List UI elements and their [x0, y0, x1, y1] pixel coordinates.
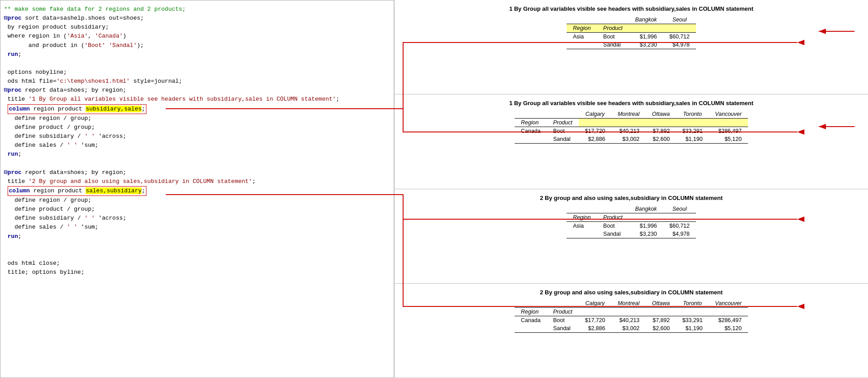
cell-region	[515, 324, 547, 333]
code-column1: column region product subsidiary,sales;	[4, 104, 390, 114]
cell-val1: $17,720	[579, 127, 611, 135]
code-line: define region / group;	[4, 114, 390, 123]
row-header-region: Region	[567, 24, 597, 33]
cell-val1: $2,886	[579, 135, 611, 144]
cell-val2: $3,002	[611, 324, 646, 333]
code-line: define product / group;	[4, 205, 390, 214]
cell-val4: $1,190	[676, 324, 709, 333]
code-line: define subsidiary / ' ' 'across;	[4, 214, 390, 223]
report-section-4: 2 By group and also using sales,subsidia…	[395, 284, 868, 378]
table-bottom-border	[515, 144, 748, 144]
cell-val1: $1,996	[629, 222, 663, 230]
cell-product: Sandal	[597, 41, 629, 49]
header-bangkok-3: Bangkok	[629, 205, 663, 213]
cell-region: Asia	[567, 222, 597, 230]
cell-empty2	[663, 213, 696, 222]
cell-val3: $7,892	[646, 316, 676, 324]
cell-val3: $2,600	[646, 324, 676, 333]
cell-val2: $60,712	[663, 33, 696, 41]
col-header-row: Calgary Montreal Ottawa Toronto Vancouve…	[515, 110, 748, 119]
cell-empty5	[709, 308, 748, 316]
cell-val1: $1,996	[629, 33, 663, 41]
cell-product: Sandal	[547, 135, 579, 144]
blank-line	[4, 59, 390, 68]
table-row: Sandal $2,886 $3,002 $2,600 $1,190 $5,12…	[515, 324, 748, 333]
header-seoul: Seoul	[663, 16, 696, 24]
arrow-1	[774, 25, 864, 38]
code-panel: ** make some fake data for 2 regions and…	[0, 0, 394, 378]
row-header-row4: Region Product	[515, 308, 748, 316]
code-column2: column region product sales,subsidiary;	[4, 186, 390, 196]
row-header-row3: Region Product	[567, 213, 696, 222]
header-ottawa: Ottawa	[646, 110, 676, 119]
code-line: define subsidiary / ' ' 'across;	[4, 132, 390, 141]
cell-product: Boot	[547, 127, 579, 135]
cell-val3: $2,600	[646, 135, 676, 144]
header-cell-highlight-2	[611, 119, 646, 127]
right-panel: 1 By Group all variables visible see hea…	[394, 0, 868, 378]
cell-product: Boot	[597, 222, 629, 230]
header-toronto: Toronto	[676, 110, 709, 119]
header-montreal: Montreal	[611, 110, 646, 119]
cell-empty1	[579, 308, 611, 316]
cell-product: Boot	[597, 33, 629, 41]
header-cell-highlight-3	[646, 119, 676, 127]
code-proc-sort: ⊟proc sort data=sashelp.shoes out=shoes;	[4, 14, 390, 23]
code-run2: run;	[4, 150, 390, 159]
cell-region	[567, 41, 597, 49]
cell-val5: $286,497	[709, 316, 748, 324]
code-line: options nobyline;	[4, 68, 390, 77]
code-run3: run;	[4, 232, 390, 241]
cell-region	[515, 135, 547, 144]
table-row: Asia Boot $1,996 $60,712	[567, 33, 696, 41]
cell-val4: $33,291	[676, 127, 709, 135]
cell-val2: $3,002	[611, 135, 646, 144]
code-title1: title '1 By Group all variables visible …	[4, 95, 390, 104]
header-calgary: Calgary	[579, 110, 611, 119]
cell-val2: $60,712	[663, 222, 696, 230]
table-bottom-border	[567, 238, 696, 238]
code-line: ods html file='c:\temp\shoes1.html' styl…	[4, 77, 390, 86]
code-line: where region in ('Asia', 'Canada')	[4, 32, 390, 41]
cell-val4: $1,190	[676, 135, 709, 144]
report-table-2: Calgary Montreal Ottawa Toronto Vancouve…	[515, 110, 748, 144]
cell-val5: $5,120	[709, 135, 748, 144]
row-header-product: Product	[597, 213, 629, 222]
table-row: Canada Boot $17,720 $40,213 $7,892 $33,2…	[515, 127, 748, 135]
code-line: and product in ('Boot' 'Sandal');	[4, 41, 390, 50]
cell-val1: $3,230	[629, 41, 663, 49]
report-title-2: 1 By Group all variables visible see hea…	[404, 100, 859, 106]
cell-empty4	[676, 308, 709, 316]
row-header-row2: Region Product	[515, 119, 748, 127]
header-vancouver: Vancouver	[709, 110, 748, 119]
col-header-row: Calgary Montreal Ottawa Toronto Vancouve…	[515, 299, 748, 308]
report-section-3: 2 By group and also using sales,subsidia…	[395, 189, 868, 284]
table-row: Asia Boot $1,996 $60,712	[567, 222, 696, 230]
code-run: run;	[4, 50, 390, 59]
cell-product: Boot	[547, 316, 579, 324]
header-seoul-3: Seoul	[663, 205, 696, 213]
cell-val1: $17,720	[579, 316, 611, 324]
cell-region: Canada	[515, 127, 547, 135]
code-title-end: title; options byline;	[4, 268, 390, 277]
table-row: Sandal $2,886 $3,002 $2,600 $1,190 $5,12…	[515, 135, 748, 144]
header-ottawa-4: Ottawa	[646, 299, 676, 308]
col-header-row: Bangkok Seoul	[567, 16, 696, 24]
cell-val1: $3,230	[629, 230, 663, 238]
row-header-row: Region Product	[567, 24, 696, 33]
cell-product: Sandal	[597, 230, 629, 238]
header-bangkok: Bangkok	[629, 16, 663, 24]
table-bottom-border	[515, 332, 748, 333]
row-header-product: Product	[547, 308, 579, 316]
cell-region: Canada	[515, 316, 547, 324]
cell-val2: $4,978	[663, 41, 696, 49]
header-cell-2	[663, 24, 696, 33]
cell-val2: $40,213	[611, 316, 646, 324]
row-header-region: Region	[515, 119, 547, 127]
header-cell-highlight-5	[709, 119, 748, 127]
row-header-region: Region	[567, 213, 597, 222]
report-table-3: Bangkok Seoul Region Product A	[567, 205, 696, 238]
table-bottom-border	[567, 49, 696, 50]
code-line: define sales / ' ' 'sum;	[4, 141, 390, 150]
code-line: define sales / ' ' 'sum;	[4, 223, 390, 232]
